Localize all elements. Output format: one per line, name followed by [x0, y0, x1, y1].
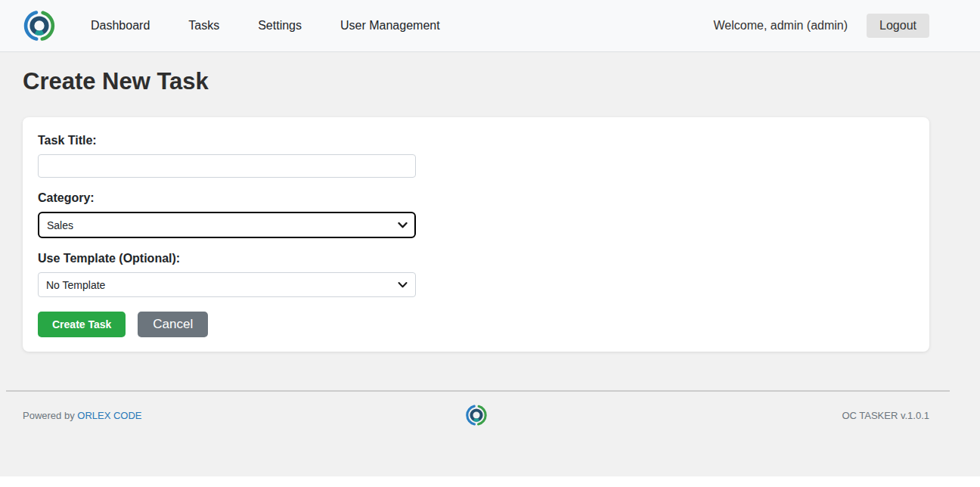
template-select[interactable]: No Template	[38, 272, 416, 297]
navbar-right: Welcome, admin (admin) Logout	[714, 14, 929, 38]
form-buttons: Create Task Cancel	[38, 312, 914, 337]
nav-item-settings[interactable]: Settings	[258, 19, 302, 33]
version-text: OC TASKER v.1.0.1	[488, 410, 930, 421]
logout-button[interactable]: Logout	[867, 14, 929, 38]
navbar: Dashboard Tasks Settings User Management…	[0, 0, 980, 52]
create-task-button[interactable]: Create Task	[38, 312, 126, 337]
task-title-input[interactable]	[38, 154, 416, 178]
template-label: Use Template (Optional):	[38, 252, 914, 265]
brand-logo-icon[interactable]	[23, 9, 56, 42]
main-nav: Dashboard Tasks Settings User Management	[91, 19, 440, 33]
page-title: Create New Task	[0, 52, 980, 95]
category-label: Category:	[38, 191, 914, 205]
powered-by-text: Powered by	[23, 410, 75, 421]
category-select[interactable]: Sales	[38, 212, 416, 238]
orlex-code-link[interactable]: ORLEX CODE	[77, 410, 141, 421]
footer-divider	[6, 390, 950, 392]
nav-item-user-management[interactable]: User Management	[340, 19, 440, 33]
footer-logo-icon	[465, 404, 488, 427]
welcome-text: Welcome, admin (admin)	[714, 19, 848, 33]
cancel-button[interactable]: Cancel	[138, 312, 208, 337]
powered-by: Powered by ORLEX CODE	[23, 410, 465, 421]
template-select-wrap: No Template	[38, 272, 416, 297]
create-task-form-card: Task Title: Category: Sales Use Template…	[23, 117, 929, 352]
nav-item-dashboard[interactable]: Dashboard	[91, 19, 150, 33]
footer: Powered by ORLEX CODE OC TASKER v.1.0.1	[23, 404, 929, 427]
category-select-wrap: Sales	[38, 212, 416, 238]
page-background: Create New Task Task Title: Category: Sa…	[0, 52, 980, 476]
task-title-label: Task Title:	[38, 134, 914, 147]
nav-item-tasks[interactable]: Tasks	[188, 19, 219, 33]
